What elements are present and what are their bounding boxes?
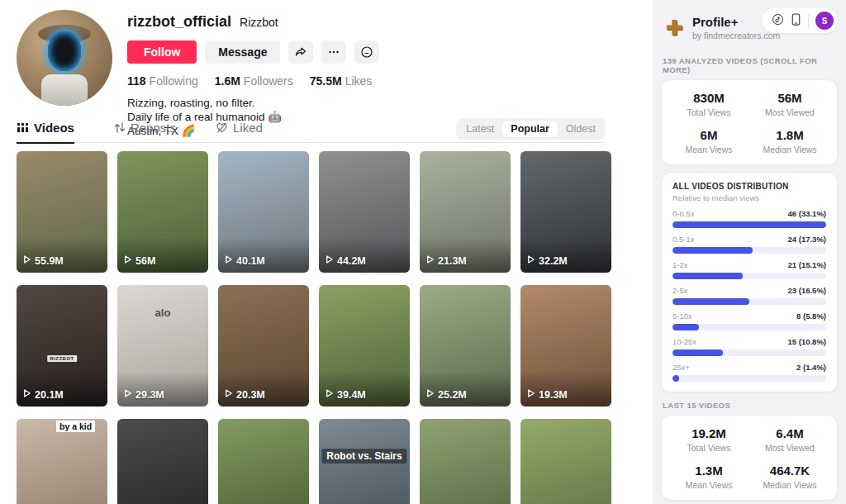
video-view-count: 39.4M xyxy=(325,388,366,401)
video-thumbnail[interactable]: 56M xyxy=(117,151,208,273)
stat-value: 118 xyxy=(127,74,146,88)
sort-latest-button[interactable]: Latest xyxy=(458,121,502,137)
analyzed-videos-label: 139 ANALYZED VIDEOS (SCROLL FOR MORE) xyxy=(663,56,836,74)
account-avatar[interactable]: S xyxy=(815,12,834,30)
video-thumbnail[interactable]: 40.1M xyxy=(218,151,309,273)
sort-popular-button[interactable]: Popular xyxy=(502,121,558,137)
bucket-value: 21 (15.1%) xyxy=(788,260,826,269)
bucket-label: 10-25x xyxy=(673,337,696,346)
video-thumbnail[interactable] xyxy=(420,419,511,504)
video-thumbnail[interactable]: 19.3M xyxy=(520,285,611,407)
all-videos-stats-card: 830MTotal Views56MMost Viewed6MMean View… xyxy=(661,79,838,165)
bucket-bar-fill xyxy=(673,349,723,356)
stat-value: 6M xyxy=(668,128,749,142)
video-thumbnail[interactable]: 32.2M xyxy=(520,151,611,273)
follow-button[interactable]: Follow xyxy=(127,40,197,64)
bucket-bar-track xyxy=(673,324,826,330)
stat-label: Mean Views xyxy=(668,145,749,155)
video-thumbnail[interactable]: RIZZBOT20.1M xyxy=(17,285,107,407)
view-count-text: 32.2M xyxy=(539,255,568,267)
bucket-value: 15 (10.8%) xyxy=(788,337,826,346)
stat-value: 1.8M xyxy=(749,128,830,142)
play-icon xyxy=(325,388,334,401)
video-thumbnail[interactable]: 44.2M xyxy=(319,151,410,273)
nickname: Rizzbot xyxy=(240,16,278,29)
stat-value: 1.6M xyxy=(215,74,240,88)
video-thumbnail[interactable]: 55.9M xyxy=(17,151,107,273)
play-icon xyxy=(22,388,31,401)
bucket-value: 8 (5.8%) xyxy=(796,311,826,321)
bucket-bar-fill xyxy=(673,298,749,305)
stat-value: 6.4M xyxy=(749,426,830,440)
bucket-label: 5-10x xyxy=(673,311,692,321)
video-view-count: 20.3M xyxy=(224,388,265,401)
profile-stat-followers[interactable]: 1.6MFollowers xyxy=(215,74,293,88)
view-count-text: 55.9M xyxy=(35,255,64,267)
video-thumbnail[interactable] xyxy=(117,419,208,504)
panel-header: ✚ Profile+ by findmecreators.com S xyxy=(661,8,838,51)
play-icon xyxy=(123,388,132,401)
profile-avatar[interactable] xyxy=(17,10,112,106)
bucket-bar-fill xyxy=(673,324,699,330)
message-button[interactable]: Message xyxy=(205,40,280,64)
video-view-count: 21.3M xyxy=(425,254,467,267)
video-thumbnail[interactable]: 39.4M xyxy=(319,285,410,407)
bucket-bar-track xyxy=(673,298,826,305)
bucket-label: 2-5x xyxy=(673,286,687,295)
bucket-label: 0.5-1x xyxy=(673,235,694,244)
repost-icon xyxy=(114,121,126,134)
share-icon xyxy=(294,45,307,59)
device-button[interactable] xyxy=(791,13,801,28)
play-icon xyxy=(22,254,31,267)
distribution-row-head: 2-5x23 (16.5%) xyxy=(673,286,826,295)
suggest-account-button[interactable] xyxy=(354,40,379,64)
profile-stat-following[interactable]: 118Following xyxy=(127,74,198,88)
video-thumbnail[interactable]: 20.3M xyxy=(218,285,309,407)
video-thumbnail[interactable] xyxy=(218,419,309,504)
video-thumbnail[interactable]: by a kid xyxy=(17,419,107,504)
view-count-text: 25.2M xyxy=(438,389,467,401)
last15-videos-label: LAST 15 VIDEOS xyxy=(663,401,836,410)
tab-label: Videos xyxy=(34,121,74,135)
sort-oldest-button[interactable]: Oldest xyxy=(558,121,604,137)
panel-toolbar: S xyxy=(762,8,838,33)
tab-videos[interactable]: Videos xyxy=(17,118,74,143)
distribution-row-head: 1-2x21 (15.1%) xyxy=(673,260,826,269)
stat-label: Most Viewed xyxy=(749,107,830,117)
view-count-text: 56M xyxy=(135,255,155,267)
liked-icon xyxy=(216,121,228,134)
more-button[interactable] xyxy=(321,40,346,64)
play-icon xyxy=(224,388,233,401)
tiktok-button[interactable] xyxy=(772,13,784,28)
profile-stats: 118Following1.6MFollowers75.5MLikes xyxy=(127,74,379,88)
video-view-count: 40.1M xyxy=(224,254,265,267)
tab-list: VideosRepostsLiked xyxy=(17,118,302,143)
stat-median-views: 464.7KMedian Views xyxy=(749,464,830,490)
stat-label: Median Views xyxy=(749,480,830,490)
panel-subtitle: by findmecreators.com xyxy=(692,31,780,40)
stat-value: 75.5M xyxy=(310,74,342,88)
phone-icon xyxy=(791,13,801,28)
share-button[interactable] xyxy=(288,40,313,64)
play-icon xyxy=(123,254,132,267)
stat-total-views: 830MTotal Views xyxy=(668,91,749,117)
video-thumbnail[interactable]: alo29.3M xyxy=(117,285,208,407)
video-thumbnail[interactable]: 21.3M xyxy=(420,151,511,273)
bucket-bar-track xyxy=(673,349,826,356)
video-thumbnail[interactable]: 25.2M xyxy=(420,285,511,407)
tab-liked[interactable]: Liked xyxy=(216,118,263,143)
profile-stat-likes[interactable]: 75.5MLikes xyxy=(310,74,373,88)
video-overlay-text: by a kid xyxy=(56,421,95,432)
bucket-value: 23 (16.5%) xyxy=(788,286,826,295)
video-view-count: 19.3M xyxy=(526,388,568,401)
bucket-label: 1-2x xyxy=(673,260,687,269)
video-thumbnail[interactable]: Robot vs. Stairs xyxy=(319,419,410,504)
view-count-text: 39.4M xyxy=(337,389,366,401)
bucket-value: 2 (1.4%) xyxy=(796,363,826,372)
tab-reposts[interactable]: Reposts xyxy=(114,118,176,143)
stat-value: 56M xyxy=(749,91,830,105)
video-thumbnail[interactable] xyxy=(520,419,611,504)
profile-plus-panel: ✚ Profile+ by findmecreators.com S 139 A… xyxy=(653,0,846,504)
bucket-bar-track xyxy=(673,247,826,254)
bucket-bar-fill xyxy=(673,375,679,382)
